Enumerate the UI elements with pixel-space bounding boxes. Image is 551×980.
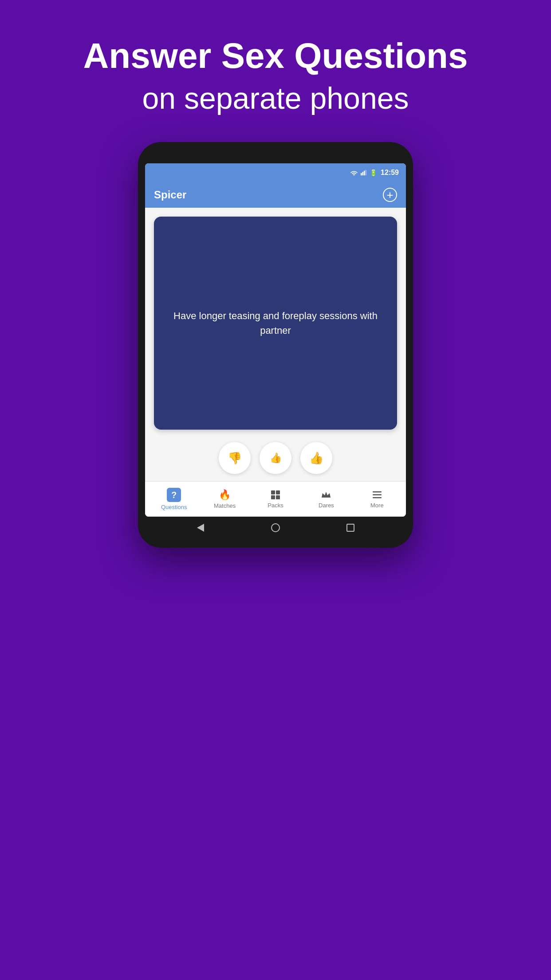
nav-item-matches[interactable]: 🔥 Matches bbox=[199, 489, 250, 509]
svg-rect-5 bbox=[276, 490, 280, 494]
phone-top-bar bbox=[145, 150, 406, 163]
menu-icon bbox=[372, 490, 382, 500]
thumbs-down-icon: 👎 bbox=[228, 451, 242, 465]
svg-rect-6 bbox=[271, 495, 275, 499]
battery-icon: 🔋 bbox=[370, 169, 377, 176]
back-icon bbox=[197, 524, 204, 532]
svg-rect-10 bbox=[373, 497, 382, 498]
home-icon bbox=[271, 523, 280, 532]
nav-label-questions: Questions bbox=[161, 504, 187, 510]
nav-item-packs[interactable]: Packs bbox=[250, 490, 301, 509]
svg-rect-9 bbox=[373, 494, 382, 496]
maybe-button[interactable]: 👍 bbox=[260, 442, 291, 474]
svg-rect-1 bbox=[362, 172, 364, 175]
nav-label-matches: Matches bbox=[214, 502, 236, 509]
svg-rect-2 bbox=[364, 171, 365, 176]
recents-icon bbox=[346, 524, 354, 532]
questions-icon: ? bbox=[167, 488, 181, 502]
back-button[interactable] bbox=[194, 522, 207, 534]
grid-icon bbox=[270, 490, 281, 500]
bottom-nav: ? Questions 🔥 Matches Packs bbox=[145, 481, 406, 517]
nav-item-questions[interactable]: ? Questions bbox=[149, 488, 199, 510]
content-area: Have longer teasing and foreplay session… bbox=[145, 208, 406, 481]
hero-subtitle: on separate phones bbox=[83, 81, 468, 115]
hero-section: Answer Sex Questions on separate phones bbox=[83, 36, 468, 115]
nav-label-packs: Packs bbox=[268, 502, 283, 509]
hero-title: Answer Sex Questions bbox=[83, 36, 468, 76]
phone-screen: 🔋 12:59 Spicer + Have longer teasing and… bbox=[145, 163, 406, 517]
status-bar: 🔋 12:59 bbox=[145, 163, 406, 182]
nav-item-more[interactable]: More bbox=[352, 490, 402, 509]
recents-button[interactable] bbox=[344, 522, 357, 534]
nav-label-more: More bbox=[370, 502, 384, 509]
add-button[interactable]: + bbox=[383, 188, 397, 202]
phone-frame: 🔋 12:59 Spicer + Have longer teasing and… bbox=[138, 142, 413, 548]
dislike-button[interactable]: 👎 bbox=[219, 442, 251, 474]
question-text: Have longer teasing and foreplay session… bbox=[168, 308, 383, 338]
signal-icon bbox=[361, 170, 367, 176]
thumbs-both-icon: 👍 bbox=[270, 452, 282, 464]
status-icons: 🔋 bbox=[350, 169, 377, 176]
action-buttons: 👎 👍 👍 bbox=[219, 442, 332, 474]
svg-rect-7 bbox=[276, 495, 280, 499]
crown-icon bbox=[321, 490, 331, 500]
phone-bottom-bar bbox=[145, 517, 406, 539]
nav-label-dares: Dares bbox=[319, 502, 334, 509]
status-time: 12:59 bbox=[381, 169, 399, 177]
thumbs-up-icon: 👍 bbox=[309, 451, 323, 465]
question-card: Have longer teasing and foreplay session… bbox=[154, 217, 397, 430]
home-button[interactable] bbox=[269, 522, 282, 534]
app-title: Spicer bbox=[154, 189, 186, 201]
svg-rect-0 bbox=[361, 173, 362, 175]
svg-rect-3 bbox=[366, 170, 367, 175]
app-toolbar: Spicer + bbox=[145, 182, 406, 208]
svg-rect-4 bbox=[271, 490, 275, 494]
wifi-icon bbox=[350, 170, 358, 176]
nav-item-dares[interactable]: Dares bbox=[301, 490, 351, 509]
svg-rect-8 bbox=[373, 491, 382, 493]
like-button[interactable]: 👍 bbox=[300, 442, 332, 474]
fire-icon: 🔥 bbox=[219, 489, 231, 501]
